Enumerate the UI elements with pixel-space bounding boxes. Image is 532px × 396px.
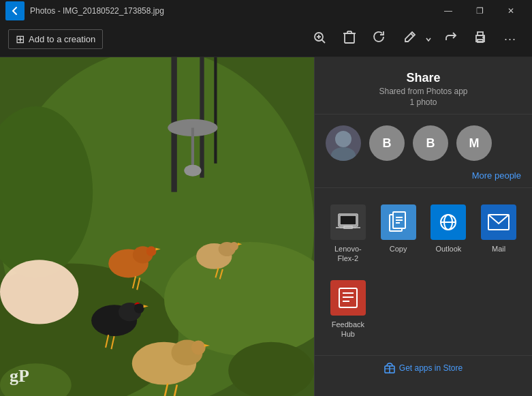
more-button[interactable]: ··· [497, 26, 524, 53]
people-row: B B M [326, 125, 521, 161]
more-people-row: More people [315, 166, 532, 188]
share-photo-count: 1 photo [328, 97, 518, 107]
close-button[interactable]: ✕ [495, 0, 527, 22]
toolbar: ⊞ Add to a creation [0, 22, 532, 57]
print-icon [473, 31, 487, 48]
more-icon: ··· [504, 32, 516, 46]
share-button[interactable] [437, 26, 464, 53]
window-title: Photos - IMG_20180522_173858.jpg [30, 6, 427, 16]
svg-point-54 [331, 147, 356, 161]
copy-icon [389, 211, 408, 233]
add-to-creation-label: Add to a creation [29, 34, 95, 44]
window-controls: — ❐ ✕ [433, 0, 527, 22]
mail-label: Mail [492, 244, 505, 254]
add-icon: ⊞ [16, 33, 25, 46]
app-item-outlook[interactable]: Outlook [426, 199, 471, 269]
rotate-button[interactable] [366, 26, 393, 53]
maximize-button[interactable]: ❐ [464, 0, 495, 22]
svg-rect-21 [214, 57, 217, 164]
svg-point-50 [0, 260, 78, 324]
photo-svg [0, 57, 314, 396]
delete-icon [343, 30, 356, 48]
edit-icon [403, 31, 416, 48]
outlook-icon-box [431, 204, 466, 240]
store-icon [384, 363, 395, 374]
share-icon [443, 31, 457, 48]
edit-button[interactable] [396, 26, 423, 53]
app-item-copy[interactable]: Copy [376, 199, 421, 269]
back-button[interactable] [5, 1, 25, 20]
app-item-lenovo[interactable]: Lenovo-Flex-2 [326, 199, 371, 269]
person-avatar-m[interactable]: M [456, 125, 492, 161]
feedback-label: FeedbackHub [332, 320, 364, 339]
add-to-creation-button[interactable]: ⊞ Add to a creation [8, 29, 103, 49]
svg-point-46 [191, 341, 206, 355]
zoom-button[interactable] [306, 26, 333, 53]
svg-point-24 [184, 165, 201, 177]
get-apps-text: Get apps in Store [399, 363, 463, 373]
svg-rect-12 [478, 40, 483, 42]
copy-label: Copy [390, 244, 407, 254]
copy-icon-box [381, 204, 416, 240]
svg-rect-57 [340, 215, 356, 225]
svg-rect-60 [340, 228, 356, 228]
lenovo-icon-box [330, 204, 366, 240]
edit-dropdown-arrow[interactable] [423, 26, 434, 53]
svg-point-33 [134, 303, 144, 314]
person-avatar-b1[interactable]: B [369, 125, 405, 161]
main-content: gP Share Shared from Photos app 1 photo … [0, 57, 532, 396]
minimize-button[interactable]: — [433, 0, 464, 22]
delete-button[interactable] [336, 26, 363, 53]
person-avatar-photo[interactable] [326, 125, 361, 161]
person-avatar-b2[interactable]: B [413, 125, 448, 161]
svg-point-40 [230, 242, 238, 251]
feedback-icon-box [330, 280, 366, 316]
lenovo-label: Lenovo-Flex-2 [334, 244, 362, 264]
mail-icon-box [481, 204, 516, 240]
share-header: Share Shared from Photos app 1 photo [315, 57, 532, 115]
svg-line-1 [322, 40, 325, 43]
get-apps-bar[interactable]: Get apps in Store [315, 355, 532, 380]
print-button[interactable] [467, 26, 494, 53]
svg-rect-11 [478, 32, 483, 35]
outlook-icon [437, 211, 459, 233]
share-subtitle: Shared from Photos app [328, 87, 518, 96]
rotate-icon [373, 31, 386, 48]
feedback-icon [339, 288, 358, 308]
share-title: Share [328, 71, 518, 85]
people-section: B B M [315, 115, 532, 166]
svg-rect-4 [345, 33, 354, 43]
title-bar: Photos - IMG_20180522_173858.jpg — ❐ ✕ [0, 0, 532, 22]
svg-point-13 [483, 37, 484, 38]
app-item-mail[interactable]: Mail [476, 199, 521, 269]
svg-rect-23 [191, 127, 194, 170]
zoom-icon [313, 31, 326, 48]
more-people-link[interactable]: More people [472, 170, 521, 181]
watermark: gP [10, 366, 29, 386]
mail-icon [488, 214, 510, 230]
svg-point-53 [335, 131, 351, 147]
photo-area: gP [0, 57, 314, 396]
apps-section: Lenovo-Flex-2 Copy [315, 188, 532, 355]
outlook-label: Outlook [435, 244, 461, 254]
svg-point-27 [146, 246, 157, 256]
svg-rect-20 [200, 57, 204, 178]
laptop-icon [336, 211, 360, 233]
edit-button-group [396, 26, 434, 53]
app-item-feedback[interactable]: FeedbackHub [326, 275, 371, 345]
share-panel: Share Shared from Photos app 1 photo B B… [314, 57, 532, 396]
